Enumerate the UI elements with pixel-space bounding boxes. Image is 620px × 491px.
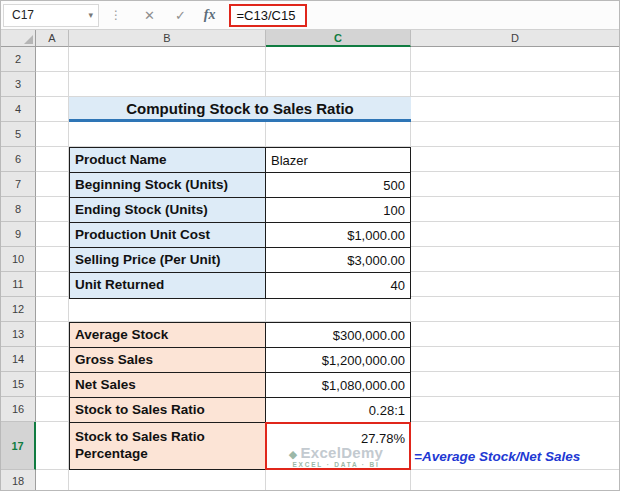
cell-beginning-stock-label[interactable]: Beginning Stock (Units): [70, 173, 266, 197]
cell-product-name-label[interactable]: Product Name: [70, 148, 266, 172]
cancel-icon[interactable]: ✕: [144, 8, 155, 23]
exceldemy-logo-icon: ◆: [289, 448, 298, 460]
ratio-table: Average Stock $300,000.00 Gross Sales $1…: [69, 322, 411, 470]
product-table: Product Name Blazer Beginning Stock (Uni…: [69, 147, 411, 299]
formula-text: =C13/C15: [236, 8, 295, 23]
more-options-icon[interactable]: ⋮: [110, 8, 122, 22]
cell-net-sales-label[interactable]: Net Sales: [70, 373, 266, 397]
cell-production-cost-label[interactable]: Production Unit Cost: [70, 223, 266, 247]
cell-average-stock-value[interactable]: $300,000.00: [266, 323, 410, 347]
column-header-c[interactable]: C: [266, 30, 411, 47]
formula-input[interactable]: =C13/C15: [229, 4, 619, 27]
cell-product-name-value[interactable]: Blazer: [266, 148, 410, 172]
row-header-11[interactable]: 11: [1, 272, 36, 297]
table-row: Production Unit Cost $1,000.00: [70, 223, 410, 248]
title-cell[interactable]: Computing Stock to Sales Ratio: [69, 97, 411, 122]
table-row: Beginning Stock (Units) 500: [70, 173, 410, 198]
table-row: Average Stock $300,000.00: [70, 323, 410, 348]
cell-beginning-stock-value[interactable]: 500: [266, 173, 410, 197]
table-row: Unit Returned 40: [70, 273, 410, 298]
row-header-2[interactable]: 2: [1, 47, 36, 72]
table-row: Stock to Sales Ratio Percentage 27.78% ◆…: [70, 423, 410, 469]
formula-highlight-box: =C13/C15: [229, 4, 307, 27]
gridline: [36, 71, 619, 72]
cell-ending-stock-value[interactable]: 100: [266, 198, 410, 222]
row-header-16[interactable]: 16: [1, 397, 36, 422]
row-header-9[interactable]: 9: [1, 222, 36, 247]
column-header-a[interactable]: A: [36, 30, 69, 47]
cell-net-sales-value[interactable]: $1,080,000.00: [266, 373, 410, 397]
excel-window: C17 ▾ ⋮ ✕ ✓ fx =C13/C15 A B C D 2 3 4 5 …: [0, 0, 620, 491]
row-header-3[interactable]: 3: [1, 72, 36, 97]
cell-ratio-value[interactable]: 0.28:1: [266, 398, 410, 422]
cell-unit-returned-value[interactable]: 40: [266, 273, 410, 298]
table-row: Stock to Sales Ratio 0.28:1: [70, 398, 410, 423]
cell-selling-price-value[interactable]: $3,000.00: [266, 248, 410, 272]
row-header-7[interactable]: 7: [1, 172, 36, 197]
cell-ratio-percentage-label[interactable]: Stock to Sales Ratio Percentage: [70, 423, 266, 469]
row-header-14[interactable]: 14: [1, 347, 36, 372]
row-header-13[interactable]: 13: [1, 322, 36, 347]
formula-bar: C17 ▾ ⋮ ✕ ✓ fx =C13/C15: [1, 1, 619, 30]
watermark: ◆ExcelDemy EXCEL · DATA · BI: [266, 445, 406, 469]
table-row: Gross Sales $1,200,000.00: [70, 348, 410, 373]
row-header-10[interactable]: 10: [1, 247, 36, 272]
watermark-brand: ◆ExcelDemy: [266, 445, 406, 460]
cell-selling-price-label[interactable]: Selling Price (Per Unit): [70, 248, 266, 272]
table-row: Selling Price (Per Unit) $3,000.00: [70, 248, 410, 273]
row-header-5[interactable]: 5: [1, 122, 36, 147]
column-header-d[interactable]: D: [411, 30, 620, 47]
watermark-brand-text: ExcelDemy: [301, 444, 384, 461]
insert-function-icon[interactable]: fx: [204, 7, 216, 23]
row-header-12[interactable]: 12: [1, 297, 36, 322]
row-header-15[interactable]: 15: [1, 372, 36, 397]
row-header-4[interactable]: 4: [1, 97, 36, 122]
chevron-down-icon[interactable]: ▾: [88, 10, 98, 20]
table-row: Ending Stock (Units) 100: [70, 198, 410, 223]
table-row: Net Sales $1,080,000.00: [70, 373, 410, 398]
cell-gross-sales-value[interactable]: $1,200,000.00: [266, 348, 410, 372]
select-all-button[interactable]: [1, 30, 36, 47]
column-header-b[interactable]: B: [69, 30, 266, 47]
cell-c17[interactable]: 27.78% ◆ExcelDemy EXCEL · DATA · BI: [266, 423, 410, 469]
row-header-8[interactable]: 8: [1, 197, 36, 222]
cell-gross-sales-label[interactable]: Gross Sales: [70, 348, 266, 372]
watermark-tagline: EXCEL · DATA · BI: [266, 462, 406, 469]
cell-production-cost-value[interactable]: $1,000.00: [266, 223, 410, 247]
name-box-value: C17: [4, 8, 34, 22]
cell-ending-stock-label[interactable]: Ending Stock (Units): [70, 198, 266, 222]
cell-average-stock-label[interactable]: Average Stock: [70, 323, 266, 347]
name-box[interactable]: C17 ▾: [3, 4, 99, 27]
table-row: Product Name Blazer: [70, 148, 410, 173]
cell-unit-returned-label[interactable]: Unit Returned: [70, 273, 266, 298]
row-header-17[interactable]: 17: [1, 422, 36, 470]
enter-icon[interactable]: ✓: [175, 8, 186, 23]
cell-ratio-label[interactable]: Stock to Sales Ratio: [70, 398, 266, 422]
annotation-text: =Average Stock/Net Sales: [414, 449, 580, 464]
row-header-18[interactable]: 18: [1, 470, 36, 491]
select-all-triangle-icon: [24, 35, 33, 44]
row-header-6[interactable]: 6: [1, 147, 36, 172]
